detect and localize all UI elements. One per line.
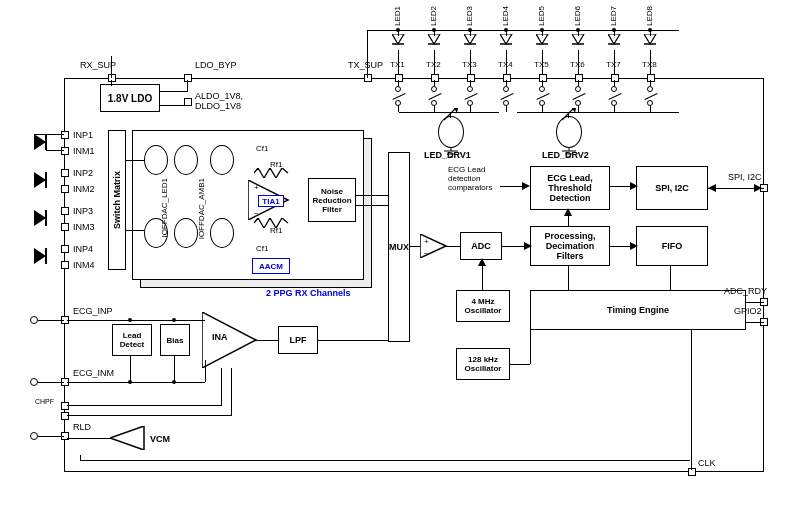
curr-src-icon xyxy=(210,145,234,175)
lbl-ldo-byp: LDO_BYP xyxy=(195,60,237,70)
osc-4mhz-block: 4 MHz Oscillator xyxy=(456,290,510,322)
pin-tx6 xyxy=(575,74,583,82)
wire xyxy=(130,356,131,382)
lbl-ina: INA xyxy=(212,332,228,342)
lbl-inm1: INM1 xyxy=(73,146,95,156)
arrow-icon xyxy=(630,182,638,190)
lbl-tx3: TX3 xyxy=(462,60,477,69)
lbl-led5: LED5 xyxy=(537,6,546,26)
wire xyxy=(111,80,112,86)
curr-src-icon xyxy=(174,218,198,248)
node-dot xyxy=(172,318,176,322)
pin-inp2 xyxy=(61,169,69,177)
lbl-cf-top: Cf1 xyxy=(256,144,268,153)
lbl-tx-sup: TX_SUP xyxy=(348,60,383,70)
svg-marker-11 xyxy=(202,312,256,368)
svg-marker-0 xyxy=(34,134,46,150)
wire xyxy=(568,266,569,290)
curr-src-icon xyxy=(174,145,198,175)
arrow-icon xyxy=(478,258,486,266)
ecg-lead-threshold-block: ECG Lead, Threshold Detection xyxy=(530,166,610,210)
osc-128khz-block: 128 kHz Oscillator xyxy=(456,348,510,380)
svg-marker-20 xyxy=(630,242,638,250)
wire xyxy=(38,382,64,383)
svg-marker-4 xyxy=(34,210,46,226)
wire xyxy=(80,455,81,461)
wire xyxy=(446,246,460,247)
lbl-ecg-inp: ECG_INP xyxy=(73,306,113,316)
svg-marker-2 xyxy=(34,172,46,188)
photodiode-icon xyxy=(26,248,52,268)
wire xyxy=(174,356,175,382)
wire xyxy=(34,134,46,135)
ina-amp-icon xyxy=(202,312,262,368)
pin-rx-sup xyxy=(108,74,116,82)
wire xyxy=(38,436,64,437)
svg-marker-18 xyxy=(564,208,572,216)
wire xyxy=(46,134,47,151)
arrow-icon xyxy=(524,242,532,250)
svg-marker-6 xyxy=(34,248,46,264)
pin-inm2 xyxy=(61,185,69,193)
led-icon xyxy=(392,34,406,52)
proc-dec-block: Processing, Decimation Filters xyxy=(530,226,610,266)
wire xyxy=(399,112,499,113)
wire xyxy=(450,112,451,118)
lbl-tx1: TX1 xyxy=(390,60,405,69)
wire xyxy=(67,415,231,416)
led-icon xyxy=(644,34,658,52)
wire xyxy=(367,30,679,31)
wire xyxy=(256,340,278,341)
switch-node xyxy=(395,86,401,92)
wire xyxy=(510,364,530,365)
wire xyxy=(46,134,64,135)
wire xyxy=(38,320,64,321)
wire xyxy=(231,368,232,416)
svg-marker-22 xyxy=(708,184,716,192)
lbl-ecg-inm: ECG_INM xyxy=(73,368,114,378)
arrow-icon xyxy=(754,184,762,192)
svg-text:−: − xyxy=(254,209,259,218)
ground-icon xyxy=(562,148,576,158)
wire xyxy=(205,360,206,382)
switch-node xyxy=(647,86,653,92)
curr-src-icon xyxy=(144,145,168,175)
svg-text:+: + xyxy=(424,237,429,246)
wire xyxy=(221,368,222,406)
curr-src-icon xyxy=(210,218,234,248)
wire xyxy=(746,322,764,323)
switch-node xyxy=(539,86,545,92)
noise-reduction-filter: Noise Reduction Filter xyxy=(308,178,356,222)
bias-block: Bias xyxy=(160,324,190,356)
lbl-inp3: INP3 xyxy=(73,206,93,216)
resistor-icon xyxy=(254,218,290,228)
node-dot xyxy=(504,28,508,32)
ecg-electrode-icon xyxy=(30,378,38,386)
photodiode-icon xyxy=(26,172,52,192)
lbl-tx2: TX2 xyxy=(426,60,441,69)
pin-inm3 xyxy=(61,223,69,231)
svg-marker-17 xyxy=(524,242,532,250)
pin-tx1 xyxy=(395,74,403,82)
lbl-ioff-led: IOFFDAC_LED1 xyxy=(160,178,169,238)
lbl-tx8: TX8 xyxy=(642,60,657,69)
svg-text:−: − xyxy=(424,249,429,258)
wire xyxy=(46,150,64,151)
ldo-block: 1.8V LDO xyxy=(100,84,160,112)
led-icon xyxy=(428,34,442,52)
lbl-vcm: VCM xyxy=(150,434,170,444)
wire xyxy=(111,56,112,78)
node-dot xyxy=(468,28,472,32)
node-dot xyxy=(540,28,544,32)
node-dot xyxy=(432,28,436,32)
pin-tx7 xyxy=(611,74,619,82)
lbl-inm3: INM3 xyxy=(73,222,95,232)
wire xyxy=(126,230,144,231)
arrow-icon xyxy=(630,242,638,250)
pin-chpf2 xyxy=(61,412,69,420)
led-icon xyxy=(608,34,622,52)
pin-inp4 xyxy=(61,245,69,253)
pin-tx2 xyxy=(431,74,439,82)
led-icon xyxy=(500,34,514,52)
lbl-inp4: INP4 xyxy=(73,244,93,254)
